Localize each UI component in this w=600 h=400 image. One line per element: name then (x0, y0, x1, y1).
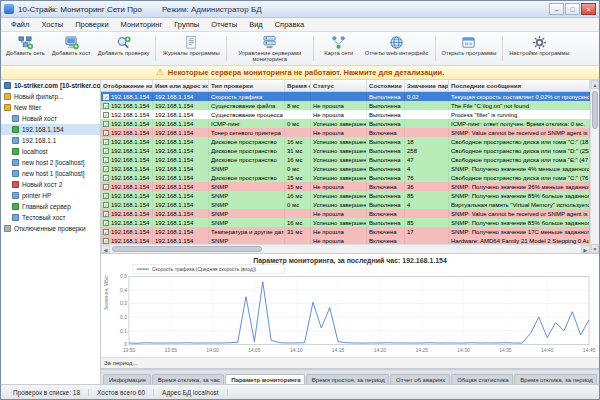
scroll-up-icon[interactable]: ▲ (591, 80, 599, 89)
servers-button[interactable]: Управление серверами мониторинга (230, 33, 310, 64)
cell-value (405, 209, 449, 218)
horizontal-scrollbar[interactable]: ◀ ▶ (101, 244, 590, 253)
checkbox-icon[interactable]: ✓ (103, 112, 109, 118)
menu-item-0[interactable]: Файл (5, 18, 35, 31)
sidebar-item-13[interactable]: Отключенные проверки (1, 223, 100, 234)
menu-item-3[interactable]: Мониторинг (115, 18, 169, 31)
checkbox-icon[interactable]: ✓ (103, 211, 109, 217)
checkbox-icon[interactable]: ✓ (103, 193, 109, 199)
sidebar-item-0[interactable]: 10-striker.com [10-striker.com-1] (1, 80, 100, 91)
add-check-button[interactable]: Добавить проверку (95, 33, 153, 64)
tab-4[interactable]: Отчет об авариях (390, 374, 450, 384)
scroll-left-icon[interactable]: ◀ (101, 245, 110, 253)
table-row[interactable]: ✓192.168.1.154192.168.1.154Дисковое прос… (101, 146, 590, 155)
checkbox-icon[interactable]: ✓ (103, 130, 109, 136)
menu-item-1[interactable]: Хосты (35, 18, 69, 31)
menu-item-6[interactable]: Вид (243, 18, 269, 31)
table-row[interactable]: ✓192.168.1.154192.168.1.154Существование… (101, 110, 590, 119)
hscroll-thumb[interactable] (112, 246, 262, 252)
vertical-scrollbar[interactable]: ▲ ▼ (590, 80, 599, 253)
web-button[interactable]: Отчеты web-интерфейс (362, 33, 432, 64)
sidebar-item-9[interactable]: Новый хост 2 (1, 179, 100, 190)
checkbox-icon[interactable]: ✓ (103, 229, 109, 235)
cell-status: Успешно завершена (311, 200, 367, 209)
table-row[interactable]: ✓192.168.1.154192.168.1.154Скорость траф… (101, 92, 590, 101)
maximize-button[interactable]: □ (565, 3, 580, 15)
column-header-2[interactable]: Тип проверки (209, 80, 285, 91)
column-header-3[interactable]: Время от... (285, 80, 311, 91)
sidebar-item-3[interactable]: Новый хост (1, 113, 100, 124)
settings-button[interactable]: Настройки программы (506, 33, 572, 64)
sidebar-item-5[interactable]: 192.168.1.1 (1, 135, 100, 146)
column-header-7[interactable]: Последние сообщения (449, 80, 590, 91)
checkbox-icon[interactable]: ✓ (103, 238, 109, 244)
cell-host: 192.168.1.154 (153, 182, 209, 191)
table-row[interactable]: ✓192.168.1.154192.168.1.154SNMP15 мсНе п… (101, 182, 590, 191)
table-row[interactable]: ✓192.168.1.154192.168.1.154Тонер сетевог… (101, 128, 590, 137)
checkbox-icon[interactable]: ✓ (103, 103, 109, 109)
sidebar-item-8[interactable]: new host 1 [localhost] (1, 168, 100, 179)
menu-item-2[interactable]: Проверки (69, 18, 114, 31)
checkbox-icon[interactable]: ✓ (103, 175, 109, 181)
minimize-button[interactable]: – (549, 3, 564, 15)
checkbox-icon[interactable]: ✓ (103, 148, 109, 154)
tab-6[interactable]: Время отклика, за период (514, 374, 597, 384)
sidebar-item-10[interactable]: printer HP (1, 190, 100, 201)
vscroll-track[interactable] (591, 89, 599, 244)
tab-5[interactable]: Общая статистика (451, 374, 513, 384)
column-header-4[interactable]: Статус (311, 80, 367, 91)
tab-0[interactable]: Информация (103, 374, 151, 384)
menu-item-7[interactable]: Справка (269, 18, 310, 31)
tab-3[interactable]: Время простоя, за период (306, 374, 389, 384)
hscroll-track[interactable] (110, 245, 581, 253)
column-header-5[interactable]: Состояние (367, 80, 405, 91)
table-row[interactable]: ✓192.168.1.154192.168.1.154Существование… (101, 101, 590, 110)
scroll-down-icon[interactable]: ▼ (591, 244, 599, 253)
scroll-right-icon[interactable]: ▶ (581, 245, 590, 253)
table-row[interactable]: ✓192.168.1.154192.168.1.154SNMP0 мсУспеш… (101, 164, 590, 173)
add-network-button[interactable]: Добавить сеть (3, 33, 48, 64)
table-row[interactable]: ✓192.168.1.154192.168.1.154SNMPНе прошла… (101, 236, 590, 244)
sidebar-item-2[interactable]: New filter (1, 102, 100, 113)
close-button[interactable]: × (581, 3, 596, 15)
sidebar-item-12[interactable]: Тестовый хост (1, 212, 100, 223)
tab-1[interactable]: Время отклика, за час (152, 374, 224, 384)
warning-bar[interactable]: ⚠ Некоторые сервера мониторинга не работ… (1, 66, 599, 80)
checkbox-icon[interactable]: ✓ (103, 202, 109, 208)
sidebar-item-1[interactable]: Новый фильтр... (1, 91, 100, 102)
logs-button[interactable]: Журналы программы (159, 33, 222, 64)
table-row[interactable]: ✓192.168.1.154192.168.1.154Дисковое прос… (101, 155, 590, 164)
column-header-1[interactable]: Имя или адрес хоста (153, 80, 209, 91)
checkbox-icon[interactable]: ✓ (103, 139, 109, 145)
cell-host: 192.168.1.154 (153, 227, 209, 236)
table-row[interactable]: ✓192.168.1.154192.168.1.154SNMP16 мсУспе… (101, 218, 590, 227)
sidebar-item-4[interactable]: 192.168.1.154 (1, 124, 100, 135)
table-row[interactable]: ✓192.168.1.154192.168.1.154SNMP0 мсУспеш… (101, 200, 590, 209)
add-host-button[interactable]: Добавить хост (49, 33, 94, 64)
table-row[interactable]: ✓192.168.1.154192.168.1.154SNMP16 мсУспе… (101, 191, 590, 200)
table-row[interactable]: ✓192.168.1.154192.168.1.154SNMPНе прошла… (101, 209, 590, 218)
checkbox-icon[interactable]: ✓ (103, 121, 109, 127)
period-label[interactable]: За период... (104, 360, 138, 366)
checkbox-icon[interactable]: ✓ (103, 166, 109, 172)
map-button[interactable]: Карта сети (317, 33, 361, 64)
apps-button[interactable]: Открыть программы (439, 33, 500, 64)
checkbox-icon[interactable]: ✓ (103, 220, 109, 226)
table-row[interactable]: ✓192.168.1.154192.168.1.154Дисковое прос… (101, 173, 590, 182)
sidebar-item-11[interactable]: Главный сервер (1, 201, 100, 212)
table-row[interactable]: ✓192.168.1.154192.168.1.154Дисковое прос… (101, 137, 590, 146)
table-row[interactable]: ✓192.168.1.154192.168.1.154Температура и… (101, 227, 590, 236)
sidebar-item-7[interactable]: new host 2 [localhost] (1, 157, 100, 168)
column-header-0[interactable]: Отображение на... (101, 80, 153, 91)
sidebar-item-6[interactable]: localhost (1, 146, 100, 157)
tab-2[interactable]: Параметр мониторинга (225, 374, 305, 384)
menu-item-5[interactable]: Отчеты (205, 18, 243, 31)
checkbox-icon[interactable]: ✓ (103, 94, 109, 100)
table-row[interactable]: ✓192.168.1.154192.168.1.154ICMP-пинг0 мс… (101, 119, 590, 128)
checkbox-icon[interactable]: ✓ (103, 157, 109, 163)
host-green-icon (12, 148, 19, 155)
vscroll-thumb[interactable] (592, 91, 598, 129)
checkbox-icon[interactable]: ✓ (103, 184, 109, 190)
menu-item-4[interactable]: Группы (168, 18, 205, 31)
column-header-6[interactable]: Значение парам... (405, 80, 449, 91)
